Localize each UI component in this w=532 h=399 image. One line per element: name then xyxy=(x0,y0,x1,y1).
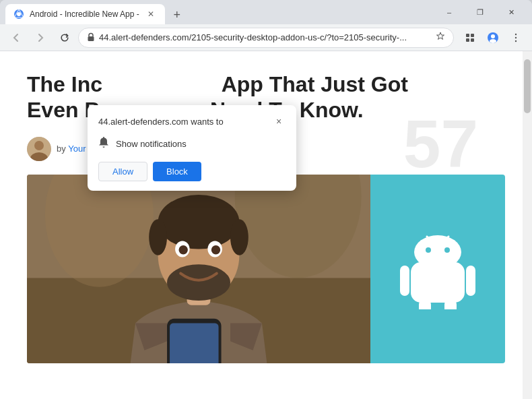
svg-rect-6 xyxy=(471,38,474,42)
toolbar-right xyxy=(459,27,527,49)
close-button[interactable]: ✕ xyxy=(496,3,527,22)
allow-button[interactable]: Allow xyxy=(98,162,147,181)
permission-popup: 44.alert-defenders.com wants to × Show n… xyxy=(88,105,296,191)
permission-row: Show notifications xyxy=(98,136,286,151)
tab-favicon xyxy=(13,9,24,20)
svg-point-25 xyxy=(230,219,248,255)
author-avatar xyxy=(27,137,51,161)
page-content: 57 The Inc App That Just GotEven B ou Ne… xyxy=(0,51,532,399)
svg-point-11 xyxy=(515,36,517,38)
svg-point-23 xyxy=(158,195,240,249)
article-image xyxy=(27,175,505,363)
article-image-left xyxy=(27,175,370,363)
reload-button[interactable] xyxy=(54,27,75,49)
svg-rect-2 xyxy=(88,36,94,41)
maximize-button[interactable]: ❐ xyxy=(465,3,496,22)
block-button[interactable]: Block xyxy=(153,162,201,181)
popup-actions: Allow Block xyxy=(98,162,286,181)
bell-icon xyxy=(98,136,109,151)
lock-icon xyxy=(87,32,95,43)
svg-point-9 xyxy=(490,39,496,43)
svg-point-10 xyxy=(515,33,517,34)
svg-point-24 xyxy=(149,219,167,255)
svg-rect-32 xyxy=(170,323,218,363)
svg-point-34 xyxy=(414,235,461,269)
svg-point-35 xyxy=(426,247,431,253)
svg-point-12 xyxy=(515,40,517,41)
scroll-thumb[interactable] xyxy=(524,59,531,113)
new-tab-button[interactable]: + xyxy=(168,5,187,24)
active-tab[interactable]: Android - Incredible New App - ✕ xyxy=(5,4,165,24)
svg-rect-5 xyxy=(466,38,469,42)
address-text: 44.alert-defenders.com/2105-security-des… xyxy=(99,32,432,42)
svg-rect-40 xyxy=(466,266,475,296)
bookmark-icon[interactable] xyxy=(436,32,445,43)
popup-close-button[interactable]: × xyxy=(272,115,286,128)
page-inner: 57 The Inc App That Just GotEven B ou Ne… xyxy=(0,51,532,399)
article-image-right xyxy=(370,175,505,363)
tabs-bar: Android - Incredible New App - ✕ + xyxy=(5,0,434,24)
toolbar: 44.alert-defenders.com/2105-security-des… xyxy=(0,24,532,51)
popup-title: 44.alert-defenders.com wants to xyxy=(98,117,224,127)
window-controls: – ❐ ✕ xyxy=(434,3,527,22)
extensions-button[interactable] xyxy=(459,27,481,49)
forward-button[interactable] xyxy=(30,27,51,49)
title-bar: Android - Incredible New App - ✕ + – ❐ ✕ xyxy=(0,0,532,24)
svg-point-36 xyxy=(444,247,450,253)
popup-header: 44.alert-defenders.com wants to × xyxy=(88,105,296,133)
svg-point-8 xyxy=(491,34,495,38)
svg-rect-39 xyxy=(400,266,409,296)
address-bar[interactable]: 44.alert-defenders.com/2105-security-des… xyxy=(78,28,454,48)
chrome-window: Android - Incredible New App - ✕ + – ❐ ✕… xyxy=(0,0,532,399)
svg-rect-4 xyxy=(471,34,474,37)
svg-rect-3 xyxy=(466,34,469,37)
svg-point-29 xyxy=(178,245,187,254)
permission-label: Show notifications xyxy=(116,139,187,149)
popup-body: Show notifications Allow Block xyxy=(88,133,296,191)
android-logo-svg xyxy=(397,228,478,309)
tab-close-btn[interactable]: ✕ xyxy=(145,8,157,20)
menu-button[interactable] xyxy=(505,27,527,49)
back-button[interactable] xyxy=(5,27,27,49)
svg-point-26 xyxy=(167,264,230,301)
scrollbar[interactable] xyxy=(523,51,532,399)
tab-title: Android - Incredible New App - xyxy=(30,9,139,19)
svg-point-14 xyxy=(34,141,44,150)
minimize-button[interactable]: – xyxy=(434,3,465,22)
profile-button[interactable] xyxy=(482,27,504,49)
svg-point-30 xyxy=(211,245,220,254)
author-prefix: by xyxy=(57,144,66,154)
